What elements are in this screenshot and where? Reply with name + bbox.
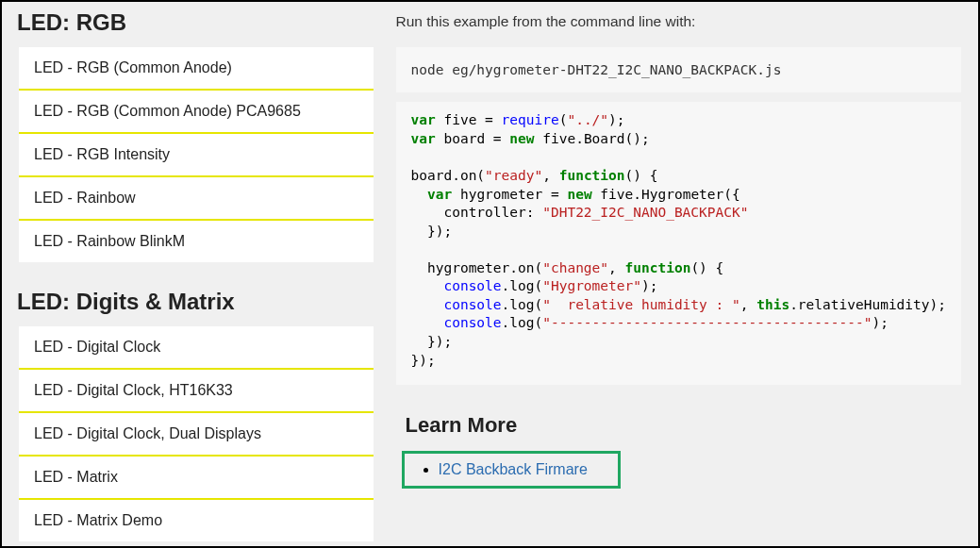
learn-more-heading: Learn More (406, 413, 961, 438)
nav-item[interactable]: LED - Rainbow BlinkM (19, 221, 374, 262)
intro-text: Run this example from the command line w… (396, 13, 961, 30)
nav-list-led-rgb: LED - RGB (Common Anode) LED - RGB (Comm… (19, 47, 374, 262)
learn-more-box: I2C Backback Firmare (402, 451, 621, 489)
nav-list-led-digits: LED - Digital Clock LED - Digital Clock,… (19, 326, 374, 541)
nav-item[interactable]: LED - Matrix (19, 457, 374, 500)
learn-more-link[interactable]: I2C Backback Firmare (439, 461, 588, 477)
nav-item[interactable]: LED - RGB Intensity (19, 134, 374, 177)
nav-item[interactable]: LED - Digital Clock, HT16K33 (19, 370, 374, 413)
nav-item[interactable]: LED - RGB (Common Anode) PCA9685 (19, 91, 374, 134)
nav-item[interactable]: LED - Matrix Demo (19, 500, 374, 541)
code-block: var five = require("../"); var board = n… (396, 102, 961, 385)
nav-item[interactable]: LED - RGB (Common Anode) (19, 47, 374, 91)
section-title-led-rgb: LED: RGB (17, 9, 379, 36)
command-block: node eg/hygrometer-DHT22_I2C_NANO_BACKPA… (396, 47, 961, 92)
nav-item[interactable]: LED - Rainbow (19, 177, 374, 221)
nav-item[interactable]: LED - Digital Clock (19, 326, 374, 370)
nav-item[interactable]: LED - Digital Clock, Dual Displays (19, 413, 374, 457)
section-title-led-digits: LED: Digits & Matrix (17, 289, 379, 315)
